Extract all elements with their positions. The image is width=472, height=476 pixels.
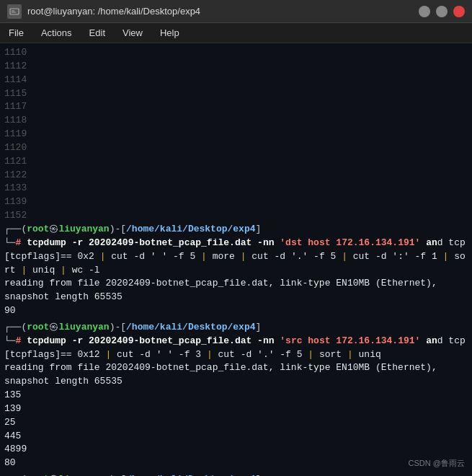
menu-edit[interactable]: Edit bbox=[86, 26, 108, 40]
prompt-block2: ┌──(root㉿liuyanyan)-[/home/kali/Desktop/… bbox=[4, 321, 468, 335]
menu-view[interactable]: View bbox=[120, 26, 146, 40]
line-1119: 1119 bbox=[4, 128, 468, 141]
line-1112: 1112 bbox=[4, 60, 468, 74]
output-block2-snapshot: snapshot length 65535 bbox=[4, 375, 468, 389]
menu-actions[interactable]: Actions bbox=[38, 26, 75, 40]
menu-help[interactable]: Help bbox=[157, 26, 182, 40]
minimize-button[interactable] bbox=[419, 6, 430, 17]
line-1120: 1120 bbox=[4, 141, 468, 155]
prompt-block1: ┌──(root㉿liuyanyan)-[/home/kali/Desktop/… bbox=[4, 223, 468, 237]
maximize-button[interactable] bbox=[436, 6, 447, 17]
app-icon bbox=[7, 4, 22, 19]
close-button[interactable] bbox=[453, 6, 465, 17]
prompt-final: ┌──(root㉿liuyanyan)-[/home/kali/Desktop/… bbox=[4, 473, 468, 476]
output-block2-445: 445 bbox=[4, 430, 468, 444]
output-block2-25: 25 bbox=[4, 416, 468, 430]
output-block1-line2: snapshot length 65535 bbox=[4, 291, 468, 304]
output-block1-line1: reading from file 20202409-botnet_pcap_f… bbox=[4, 277, 468, 291]
output-block2-135: 135 bbox=[4, 389, 468, 402]
line-1115: 1115 bbox=[4, 87, 468, 101]
line-1110: 1110 bbox=[4, 46, 468, 60]
window-controls bbox=[419, 6, 465, 17]
line-1152: 1152 bbox=[4, 209, 468, 223]
menu-bar: File Actions Edit View Help bbox=[0, 23, 472, 43]
command-block2: └─# tcpdump -r 20202409-botnet_pcap_file… bbox=[4, 335, 468, 362]
title-bar: root@liuyanyan: /home/kali/Desktop/exp4 bbox=[0, 0, 472, 23]
line-1114: 1114 bbox=[4, 74, 468, 87]
command-block1: └─# tcpdump -r 20202409-botnet_pcap_file… bbox=[4, 237, 468, 278]
output-block2-80: 80 bbox=[4, 457, 468, 470]
window-title: root@liuyanyan: /home/kali/Desktop/exp4 bbox=[27, 6, 200, 17]
line-1121: 1121 bbox=[4, 155, 468, 169]
line-1122: 1122 bbox=[4, 169, 468, 182]
output-block1-line3: 90 bbox=[4, 304, 468, 318]
output-block2-4899: 4899 bbox=[4, 443, 468, 457]
output-block2-from: reading from file 20202409-botnet_pcap_f… bbox=[4, 361, 468, 375]
title-bar-left: root@liuyanyan: /home/kali/Desktop/exp4 bbox=[7, 4, 200, 19]
line-1118: 1118 bbox=[4, 114, 468, 128]
svg-rect-0 bbox=[10, 9, 19, 14]
line-1117: 1117 bbox=[4, 100, 468, 114]
output-block2-139: 139 bbox=[4, 402, 468, 416]
menu-file[interactable]: File bbox=[6, 26, 27, 40]
terminal-body[interactable]: 1110 1112 1114 1115 1117 1118 1119 1120 … bbox=[0, 43, 472, 476]
line-1133: 1133 bbox=[4, 182, 468, 195]
watermark: CSDN @鲁雨云 bbox=[409, 458, 465, 469]
line-1139: 1139 bbox=[4, 195, 468, 209]
